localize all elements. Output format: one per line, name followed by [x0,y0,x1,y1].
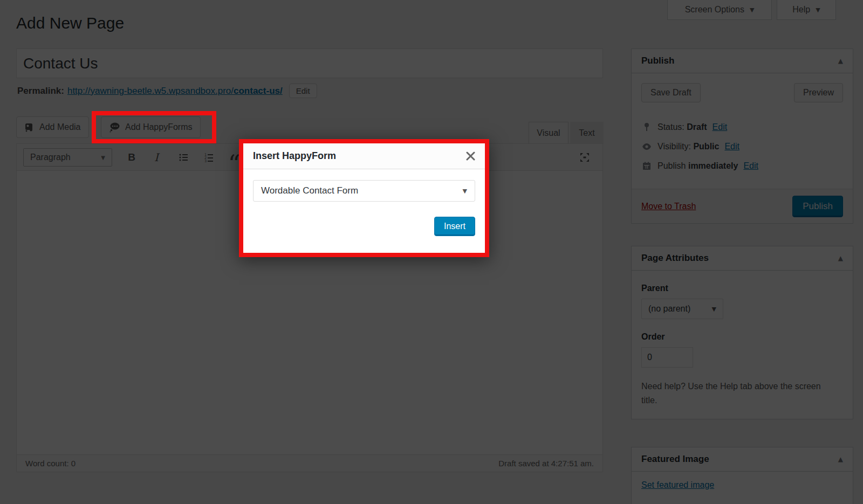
publish-panel: Publish ▲ Save Draft Preview Status: Dra… [631,49,853,224]
page-attributes-title: Page Attributes [641,253,709,264]
help-label: Help [792,5,810,15]
permalink-slug: contact-us/ [234,86,283,96]
page-attributes-body: Parent (no parent) ▼ Order Need help? Us… [632,271,853,419]
paragraph-select[interactable]: Paragraph ▼ [23,148,112,167]
page-attributes-panel: Page Attributes ▲ Parent (no parent) ▼ O… [631,246,853,419]
bullet-list-button[interactable] [172,148,195,167]
schedule-value: immediately [688,161,738,170]
bold-button[interactable]: B [120,148,143,167]
bullet-list-icon [178,152,189,163]
permalink-link[interactable]: http://yawning-beetle.w5.wpsandbox.pro/c… [67,86,283,96]
order-label: Order [641,332,843,342]
visibility-label: Visibility: [657,142,691,151]
visibility-text: Visibility: Public [657,142,719,151]
word-count: Word count: 0 [25,459,76,468]
chevron-down-icon: ▼ [816,6,820,13]
editor-statusbar: Word count: 0 Draft saved at 4:27:51 am. [17,454,602,472]
pin-icon [641,122,652,133]
tab-visual[interactable]: Visual [529,122,569,144]
draft-saved-status: Draft saved at 4:27:51 am. [498,459,594,468]
svg-text:3: 3 [204,159,207,163]
happyform-select-value: Wordable Contact Form [261,185,358,196]
status-label: Status: [657,122,684,132]
permalink-edit-button[interactable]: Edit [289,84,317,98]
publish-panel-title: Publish [641,56,674,66]
parent-select[interactable]: (no parent) ▼ [641,299,723,319]
attributes-help-text: Need help? Use the Help tab above the sc… [641,379,830,407]
schedule-row: Publish immediately Edit [641,161,843,171]
numbered-list-button[interactable]: 1 2 3 [197,148,220,167]
edit-status-link[interactable]: Edit [713,122,728,132]
visibility-row: Visibility: Public Edit [641,141,843,152]
publish-button[interactable]: Publish [792,196,843,217]
numbered-list-icon: 1 2 3 [203,152,214,163]
tab-text[interactable]: Text [570,122,604,144]
screen-options-label: Screen Options [685,5,744,15]
parent-select-value: (no parent) [648,304,690,314]
italic-button[interactable]: I [145,148,168,167]
featured-image-body: Set featured image [632,472,853,499]
modal-title: Insert HappyForm [253,150,336,162]
chevron-down-icon: ▼ [750,6,754,13]
publish-minor-actions: Save Draft Preview [632,73,853,112]
insert-button[interactable]: Insert [434,217,475,236]
page-title-input[interactable] [16,49,603,78]
page-title: Add New Page [16,14,124,32]
publish-panel-header[interactable]: Publish ▲ [632,49,853,73]
word-count-label: Word count: [25,459,69,468]
parent-label: Parent [641,284,843,293]
eye-icon [641,141,652,152]
page-attributes-header[interactable]: Page Attributes ▲ [632,246,853,271]
fullscreen-button[interactable] [573,148,596,167]
paragraph-select-value: Paragraph [30,153,71,162]
media-icon [24,122,35,133]
set-featured-image-link[interactable]: Set featured image [641,480,714,489]
add-happyforms-button[interactable]: Add HappyForms [101,116,201,138]
schedule-label: Publish [657,161,686,170]
help-tab[interactable]: Help ▼ [777,0,836,20]
status-text: Status: Draft [657,122,707,132]
status-value: Draft [687,122,707,132]
modal-footer: Insert [253,217,475,236]
edit-schedule-link[interactable]: Edit [743,161,758,171]
move-to-trash-link[interactable]: Move to Trash [641,202,696,211]
happyforms-bubble-icon [109,122,121,133]
save-draft-button[interactable]: Save Draft [641,83,701,102]
add-happyforms-label: Add HappyForms [125,122,193,132]
collapse-icon[interactable]: ▲ [838,254,843,262]
permalink-url: http://yawning-beetle.w5.wpsandbox.pro/ [67,86,234,96]
featured-image-title: Featured Image [641,454,709,465]
publish-major-actions: Move to Trash Publish [632,189,853,223]
featured-image-panel: Featured Image ▲ Set featured image [631,447,853,504]
preview-button[interactable]: Preview [794,83,843,102]
order-input[interactable] [641,347,693,368]
modal-header: Insert HappyForm [243,143,485,169]
permalink: Permalink: http://yawning-beetle.w5.wpsa… [17,84,605,98]
edit-visibility-link[interactable]: Edit [724,142,739,151]
chevron-down-icon: ▼ [463,188,467,195]
screen-options-tab[interactable]: Screen Options ▼ [667,0,772,20]
publish-misc-section: Status: Draft Edit Visibility: Public Ed… [632,112,853,189]
add-media-label: Add Media [39,122,81,132]
word-count-value: 0 [71,459,76,468]
happyform-select[interactable]: Wordable Contact Form ▼ [253,180,475,202]
collapse-icon[interactable]: ▲ [838,57,843,65]
close-icon [466,151,475,161]
add-media-button[interactable]: Add Media [16,116,89,138]
visibility-value: Public [693,142,719,151]
calendar-icon [641,161,652,171]
close-button[interactable] [466,151,475,161]
permalink-label: Permalink: [17,86,64,96]
chevron-down-icon: ▼ [101,155,105,161]
modal-body: Wordable Contact Form ▼ Insert [243,169,485,253]
chevron-down-icon: ▼ [712,306,716,313]
status-row: Status: Draft Edit [641,122,843,133]
fullscreen-icon [579,151,591,163]
schedule-text: Publish immediately [657,161,738,171]
collapse-icon[interactable]: ▲ [838,455,843,463]
insert-happyform-modal: Insert HappyForm Wordable Contact Form ▼… [239,139,489,257]
featured-image-header[interactable]: Featured Image ▲ [632,447,853,472]
